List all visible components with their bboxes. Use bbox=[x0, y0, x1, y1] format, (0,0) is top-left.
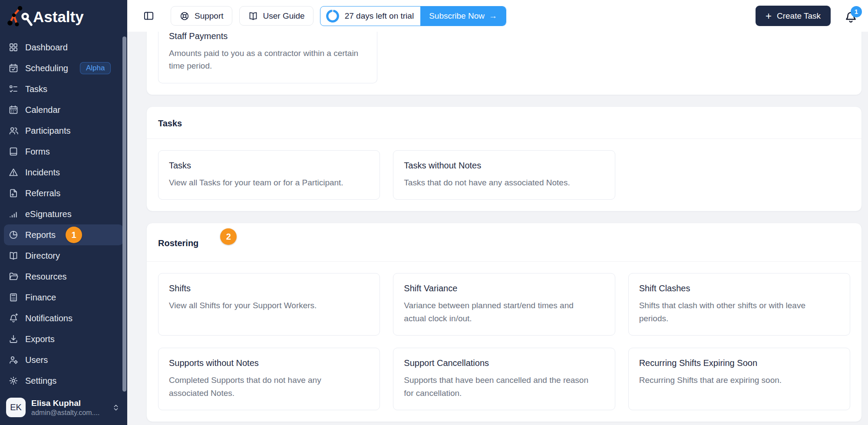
sidebar-item-label: Resources bbox=[25, 272, 67, 282]
report-card-supports-without-notes[interactable]: Supports without Notes Completed Support… bbox=[158, 348, 380, 410]
notification-count-badge: 1 bbox=[851, 6, 862, 17]
report-card-recurring-shifts-expiring[interactable]: Recurring Shifts Expiring Soon Recurring… bbox=[628, 348, 850, 410]
book-open-icon bbox=[248, 11, 258, 21]
sidebar-item-reports[interactable]: Reports 1 bbox=[4, 224, 123, 245]
report-card-desc: View all Shifts for your Support Workers… bbox=[169, 299, 361, 312]
folder-icon bbox=[8, 271, 19, 282]
user-gear-icon bbox=[8, 355, 19, 365]
sidebar-item-incidents[interactable]: Incidents bbox=[4, 162, 123, 183]
sidebar-item-label: Participants bbox=[25, 126, 71, 136]
download-icon bbox=[8, 334, 19, 344]
arrow-right-icon: → bbox=[489, 11, 497, 21]
app-logo[interactable]: Astalty bbox=[0, 0, 127, 32]
user-meta: Elisa Kuphal admin@astalty.com.... bbox=[31, 399, 106, 417]
sidebar-item-exports[interactable]: Exports bbox=[4, 329, 123, 349]
report-card-desc: Amounts paid to you as a contractor with… bbox=[169, 47, 359, 72]
report-card-desc: Variance between planned start/end times… bbox=[404, 299, 596, 325]
sidebar-item-scheduling[interactable]: Scheduling Alpha bbox=[4, 58, 123, 79]
sidebar-toggle-button[interactable] bbox=[143, 10, 156, 23]
report-card-title: Shift Variance bbox=[404, 283, 604, 293]
support-label: Support bbox=[195, 11, 224, 21]
sidebar-item-finance[interactable]: Finance bbox=[4, 287, 123, 308]
report-card-staff-payments[interactable]: Staff Payments Amounts paid to you as a … bbox=[158, 32, 377, 83]
report-card-desc: Shifts that clash with other shifts or w… bbox=[639, 299, 832, 325]
astalty-logo-icon: Astalty bbox=[7, 4, 118, 28]
report-card-desc: Recurring Shifts that are expiring soon. bbox=[639, 374, 832, 386]
user-menu[interactable]: EK Elisa Kuphal admin@astalty.com.... bbox=[0, 392, 127, 425]
sidebar-item-label: Directory bbox=[25, 251, 60, 261]
sidebar-item-forms[interactable]: Forms bbox=[4, 141, 123, 162]
report-card-title: Supports without Notes bbox=[169, 358, 369, 368]
report-card-desc: View all Tasks for your team or for a Pa… bbox=[169, 176, 361, 189]
annotation-marker-1: 1 bbox=[66, 227, 82, 243]
sidebar-item-label: Calendar bbox=[25, 105, 60, 115]
form-icon bbox=[8, 146, 19, 157]
document-plus-icon bbox=[8, 188, 19, 198]
gear-icon bbox=[8, 376, 19, 386]
sidebar-item-label: Tasks bbox=[25, 84, 47, 94]
create-task-label: Create Task bbox=[777, 11, 821, 21]
subscribe-now-button[interactable]: Subscribe Now → bbox=[420, 7, 506, 26]
rostering-card-grid: Shifts View all Shifts for your Support … bbox=[147, 262, 861, 422]
reports-page: Staff Payments Amounts paid to you as a … bbox=[127, 32, 868, 425]
sidebar-item-settings[interactable]: Settings bbox=[4, 370, 123, 391]
sidebar-item-tasks[interactable]: Tasks bbox=[4, 79, 123, 99]
create-task-button[interactable]: + Create Task bbox=[756, 6, 831, 26]
sidebar-item-label: Finance bbox=[25, 293, 56, 303]
trial-days-text: 27 days left on trial bbox=[345, 11, 414, 21]
pie-chart-icon bbox=[8, 230, 19, 240]
sidebar-item-resources[interactable]: Resources bbox=[4, 266, 123, 287]
avatar: EK bbox=[6, 398, 26, 417]
life-ring-icon bbox=[179, 11, 190, 21]
sidebar-scrollbar[interactable] bbox=[122, 36, 126, 392]
support-button[interactable]: Support bbox=[171, 6, 232, 26]
open-book-icon bbox=[8, 250, 19, 261]
sidebar-item-label: Settings bbox=[25, 376, 56, 386]
report-card-title: Shifts bbox=[169, 283, 369, 293]
sidebar-item-label: Notifications bbox=[25, 313, 73, 323]
sidebar-item-label: Scheduling bbox=[25, 63, 68, 73]
report-card-tasks[interactable]: Tasks View all Tasks for your team or fo… bbox=[158, 150, 380, 200]
user-guide-button[interactable]: User Guide bbox=[239, 6, 314, 26]
sidebar-item-label: Incidents bbox=[25, 168, 60, 178]
sidebar-item-referrals[interactable]: Referrals bbox=[4, 183, 123, 204]
sidebar-item-esignatures[interactable]: eSignatures bbox=[4, 204, 123, 224]
report-card-title: Recurring Shifts Expiring Soon bbox=[639, 358, 839, 368]
topbar: Support User Guide 27 days left on trial… bbox=[127, 0, 868, 32]
sidebar-item-participants[interactable]: Participants bbox=[4, 120, 123, 141]
sidebar-item-label: Reports bbox=[25, 230, 56, 240]
sidebar-item-dashboard[interactable]: Dashboard bbox=[4, 37, 123, 58]
signal-bars-icon bbox=[8, 209, 19, 219]
report-card-shift-variance[interactable]: Shift Variance Variance between planned … bbox=[393, 273, 615, 336]
people-icon bbox=[8, 125, 19, 136]
user-email: admin@astalty.com.... bbox=[31, 409, 106, 417]
report-card-title: Tasks bbox=[169, 161, 369, 171]
sidebar-item-label: Exports bbox=[25, 334, 55, 344]
annotation-marker-2: 2 bbox=[220, 228, 237, 245]
sidebar-item-users[interactable]: Users bbox=[4, 349, 123, 370]
sidebar-item-calendar[interactable]: Calendar bbox=[4, 99, 123, 120]
report-card-shifts[interactable]: Shifts View all Shifts for your Support … bbox=[158, 273, 380, 336]
trial-status: 27 days left on trial bbox=[320, 7, 420, 26]
tasks-card-grid: Tasks View all Tasks for your team or fo… bbox=[147, 139, 861, 211]
user-name: Elisa Kuphal bbox=[31, 399, 106, 408]
sidebar-item-label: Forms bbox=[25, 147, 50, 157]
sidebar-item-directory[interactable]: Directory bbox=[4, 245, 123, 266]
report-card-title: Support Cancellations bbox=[404, 358, 604, 368]
report-card-support-cancellations[interactable]: Support Cancellations Supports that have… bbox=[393, 348, 615, 410]
sidebar-item-notifications[interactable]: Notifications bbox=[4, 308, 123, 329]
notifications-bell[interactable]: 1 bbox=[844, 8, 859, 24]
chevron-up-down-icon bbox=[112, 403, 120, 412]
bell-plus-icon bbox=[8, 313, 19, 323]
alert-triangle-icon bbox=[8, 167, 19, 178]
plus-icon: + bbox=[766, 11, 772, 21]
report-card-shift-clashes[interactable]: Shift Clashes Shifts that clash with oth… bbox=[628, 273, 850, 336]
checklist-icon bbox=[8, 84, 19, 94]
report-card-desc: Tasks that do not have any associated No… bbox=[404, 176, 596, 189]
subscribe-label: Subscribe Now bbox=[429, 11, 485, 21]
report-card-desc: Supports that have been cancelled and th… bbox=[404, 374, 596, 399]
sidebar-nav: Dashboard Scheduling Alpha Tasks Calenda… bbox=[0, 32, 127, 392]
topbar-right: + Create Task 1 bbox=[756, 6, 859, 26]
sidebar: Astalty Dashboard Scheduling Alpha Tasks… bbox=[0, 0, 127, 425]
report-card-tasks-without-notes[interactable]: Tasks without Notes Tasks that do not ha… bbox=[393, 150, 615, 200]
